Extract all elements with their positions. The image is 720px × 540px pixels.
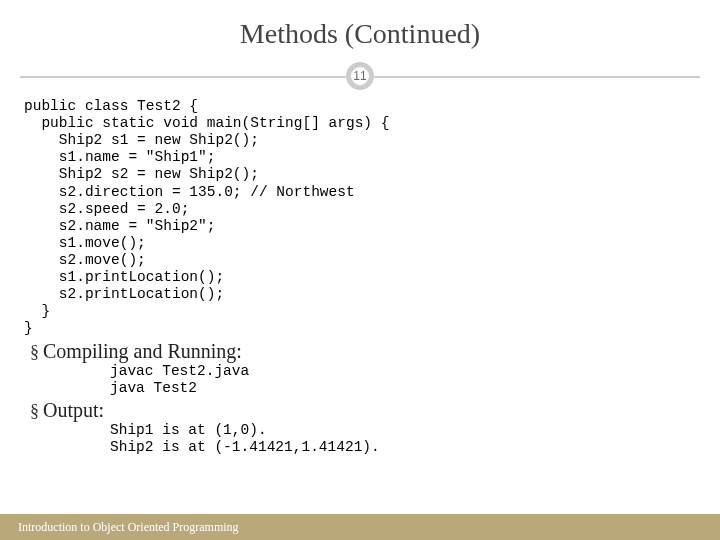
footer-text: Introduction to Object Oriented Programm… (18, 520, 239, 535)
slide: Methods (Continued) 11 public class Test… (0, 0, 720, 540)
output-code-block: Ship1 is at (1,0). Ship2 is at (-1.41421… (110, 422, 690, 456)
compile-heading: Compiling and Running: (43, 340, 242, 363)
compile-code-block: javac Test2.java java Test2 (110, 363, 690, 397)
slide-title: Methods (Continued) (30, 18, 690, 50)
title-rule: 11 (30, 62, 690, 92)
bullet-icon: § (30, 342, 39, 363)
output-heading: Output: (43, 399, 104, 422)
page-number-badge: 11 (346, 62, 374, 90)
output-section: § Output: (30, 399, 690, 422)
footer-bar: Introduction to Object Oriented Programm… (0, 514, 720, 540)
main-code-block: public class Test2 { public static void … (24, 98, 690, 338)
compile-section: § Compiling and Running: (30, 340, 690, 363)
bullet-icon: § (30, 401, 39, 422)
